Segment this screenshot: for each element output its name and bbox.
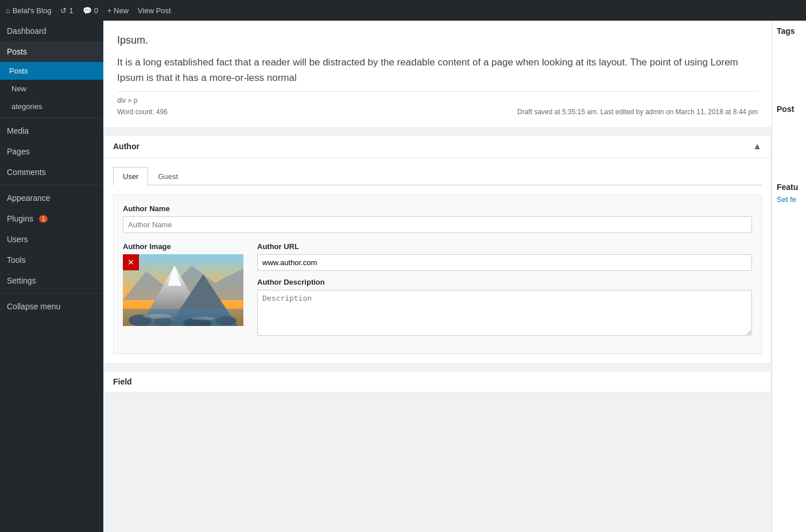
- sidebar-divider-1: [0, 118, 103, 118]
- metabox-header: Author ▲: [104, 135, 771, 158]
- sidebar-subitem-new[interactable]: New: [0, 80, 103, 98]
- sidebar-item-tools[interactable]: Tools: [0, 250, 103, 270]
- post-section: Post: [777, 104, 801, 114]
- sidebar-item-media[interactable]: Media: [0, 121, 103, 141]
- categories-sub-label: ategories: [11, 102, 42, 111]
- author-tabs: User Guest: [113, 167, 762, 185]
- author-details-row: Author Image: [123, 242, 752, 344]
- tab-user[interactable]: User: [113, 167, 148, 185]
- plugins-label: Plugins: [7, 214, 33, 223]
- author-metabox: Author ▲ User Guest Author N: [103, 135, 772, 364]
- sidebar-item-comments[interactable]: Comments: [0, 162, 103, 182]
- author-url-label: Author URL: [257, 242, 752, 251]
- tab-guest[interactable]: Guest: [148, 167, 188, 185]
- comments-label: Comments: [7, 168, 46, 177]
- author-url-group: Author URL: [257, 242, 752, 271]
- new-sub-label: New: [11, 84, 26, 93]
- author-name-label: Author Name: [123, 204, 752, 213]
- new-button[interactable]: + New: [107, 6, 129, 15]
- plugins-badge: 1: [39, 215, 48, 223]
- tab-guest-label: Guest: [158, 172, 178, 181]
- comments-count: 0: [94, 6, 98, 15]
- svg-point-10: [143, 314, 172, 319]
- sidebar-subitem-posts[interactable]: Posts: [0, 62, 103, 80]
- path-text: div » p: [117, 96, 137, 104]
- sidebar-item-dashboard[interactable]: Dashboard: [0, 21, 103, 41]
- author-image-container: ✕: [123, 254, 243, 326]
- author-url-desc-section: Author URL Author Description: [257, 242, 752, 344]
- site-name: Belal's Blog: [13, 6, 52, 15]
- view-post-label: View Post: [138, 6, 171, 15]
- author-form: Author Name Author Image: [113, 195, 762, 354]
- tools-label: Tools: [7, 255, 26, 265]
- author-image-section: Author Image: [123, 242, 243, 344]
- sidebar-item-appearance[interactable]: Appearance: [0, 188, 103, 208]
- collapse-label: Collapse menu: [7, 302, 60, 311]
- author-name-input[interactable]: [123, 216, 752, 233]
- set-featured-link[interactable]: Set fe: [777, 195, 796, 204]
- posts-sub-label: Posts: [9, 67, 28, 75]
- sidebar-item-collapse[interactable]: Collapse menu: [0, 296, 103, 317]
- sidebar-item-users[interactable]: Users: [0, 229, 103, 250]
- updates-count: 1: [69, 6, 73, 15]
- updates-button[interactable]: ↺ 1: [60, 6, 73, 15]
- author-image: [123, 254, 243, 326]
- pages-label: Pages: [7, 147, 30, 156]
- svg-point-11: [192, 317, 215, 320]
- users-label: Users: [7, 235, 28, 244]
- editor-status-bar: Word count: 496 Draft saved at 5:35:15 a…: [117, 108, 758, 116]
- sidebar-subitem-categories[interactable]: ategories: [0, 98, 103, 115]
- editor-paragraph-1: Ipsum.: [117, 32, 758, 49]
- comment-icon: 💬: [83, 6, 92, 15]
- field-label: Field: [113, 377, 132, 386]
- view-post-button[interactable]: View Post: [138, 6, 171, 15]
- editor-path-bar: div » p: [117, 91, 758, 104]
- right-panel: Tags Post Featu Set fe: [772, 21, 806, 532]
- field-metabox: Field: [103, 371, 772, 393]
- site-home[interactable]: ⌂ Belal's Blog: [6, 6, 51, 15]
- metabox-body: User Guest Author Name: [104, 158, 771, 363]
- editor-area: Ipsum. It is a long established fact tha…: [103, 21, 772, 128]
- editor-paragraph-2: It is a long established fact that a rea…: [117, 55, 758, 86]
- sidebar-item-posts[interactable]: Posts: [0, 41, 103, 62]
- author-image-label: Author Image: [123, 242, 243, 251]
- author-desc-group: Author Description: [257, 278, 752, 337]
- featured-label: Featu: [777, 182, 801, 192]
- sidebar-item-plugins[interactable]: Plugins 1: [0, 208, 103, 229]
- sidebar-item-settings[interactable]: Settings: [0, 270, 103, 291]
- home-icon: ⌂: [6, 6, 10, 15]
- draft-status: Draft saved at 5:35:15 am. Last edited b…: [517, 108, 758, 116]
- word-count: Word count: 496: [117, 108, 168, 116]
- main-content: Ipsum. It is a long established fact tha…: [103, 21, 772, 532]
- metabox-title: Author: [113, 142, 140, 151]
- admin-bar: ⌂ Belal's Blog ↺ 1 💬 0 + New View Post: [0, 0, 806, 21]
- sidebar-divider-3: [0, 293, 103, 294]
- author-url-input[interactable]: [257, 254, 752, 271]
- tags-label: Tags: [777, 26, 801, 36]
- author-name-group: Author Name: [123, 204, 752, 233]
- tab-user-label: User: [123, 172, 138, 181]
- appearance-label: Appearance: [7, 193, 51, 203]
- new-label: + New: [107, 6, 129, 15]
- settings-label: Settings: [7, 276, 36, 285]
- editor-text[interactable]: Ipsum. It is a long established fact tha…: [117, 32, 758, 86]
- author-desc-textarea[interactable]: [257, 290, 752, 336]
- media-label: Media: [7, 126, 29, 135]
- dashboard-label: Dashboard: [7, 26, 46, 36]
- svg-rect-9: [123, 309, 243, 326]
- sidebar-item-pages[interactable]: Pages: [0, 141, 103, 162]
- remove-image-button[interactable]: ✕: [123, 254, 139, 270]
- tags-section: Tags: [777, 26, 801, 36]
- metabox-toggle-button[interactable]: ▲: [753, 141, 762, 152]
- updates-icon: ↺: [60, 6, 67, 15]
- sidebar: Dashboard Posts Posts New ategories Medi…: [0, 21, 103, 532]
- featured-section: Featu Set fe: [777, 182, 801, 204]
- comments-button[interactable]: 💬 0: [83, 6, 98, 15]
- author-desc-label: Author Description: [257, 278, 752, 286]
- sidebar-divider-2: [0, 185, 103, 185]
- posts-label: Posts: [7, 47, 27, 56]
- post-label: Post: [777, 104, 801, 114]
